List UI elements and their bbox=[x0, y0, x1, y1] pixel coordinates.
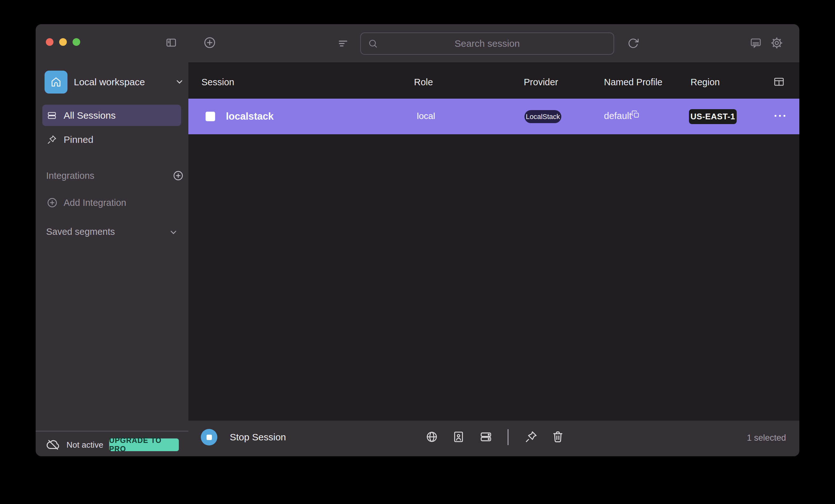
gear-icon[interactable] bbox=[770, 36, 784, 50]
sidebar-item-all-sessions[interactable]: All Sessions bbox=[42, 105, 181, 126]
add-integration-plus-icon[interactable] bbox=[172, 170, 184, 181]
minimize-window-button[interactable] bbox=[59, 38, 67, 46]
session-role: local bbox=[417, 111, 435, 121]
row-more-actions-icon[interactable] bbox=[775, 115, 786, 117]
chevron-down-icon[interactable] bbox=[168, 227, 179, 237]
column-header-session[interactable]: Session bbox=[201, 77, 234, 87]
sidebar-toggle-icon[interactable] bbox=[165, 37, 177, 49]
add-integration-label: Add Integration bbox=[64, 198, 126, 208]
sessions-icon[interactable] bbox=[479, 430, 493, 444]
trash-icon[interactable] bbox=[551, 430, 565, 444]
zoom-window-button[interactable] bbox=[73, 38, 80, 46]
action-bar-divider bbox=[508, 429, 509, 445]
chevron-down-icon[interactable] bbox=[175, 77, 185, 87]
stop-session-label[interactable]: Stop Session bbox=[230, 432, 286, 443]
workspace-home-button[interactable] bbox=[44, 70, 67, 94]
filter-icon[interactable] bbox=[337, 37, 349, 49]
sidebar-item-label: All Sessions bbox=[64, 110, 116, 121]
integrations-header: Integrations bbox=[46, 170, 95, 181]
session-name: localstack bbox=[226, 111, 274, 122]
column-header-provider[interactable]: Provider bbox=[524, 77, 558, 87]
plus-circle-icon bbox=[46, 197, 58, 208]
new-session-button[interactable] bbox=[203, 36, 217, 49]
saved-segments-header[interactable]: Saved segments bbox=[46, 226, 115, 237]
table-row[interactable]: localstack local LocalStack default US-E… bbox=[188, 99, 799, 134]
workspace-label[interactable]: Local workspace bbox=[74, 77, 145, 87]
copy-icon[interactable] bbox=[631, 110, 640, 119]
upgrade-to-pro-badge[interactable]: UPGRADE TO PRO bbox=[109, 439, 179, 451]
cloud-off-icon bbox=[46, 438, 60, 452]
row-checkbox[interactable] bbox=[206, 112, 215, 121]
close-window-button[interactable] bbox=[46, 38, 54, 46]
stop-icon bbox=[206, 435, 212, 440]
search-box bbox=[360, 33, 614, 55]
column-header-named-profile[interactable]: Named Profile bbox=[604, 77, 663, 87]
named-profile-value: default bbox=[604, 111, 632, 121]
contact-card-icon[interactable] bbox=[452, 430, 465, 444]
search-input[interactable] bbox=[361, 33, 613, 54]
home-icon bbox=[49, 76, 62, 88]
feedback-icon[interactable] bbox=[749, 37, 762, 49]
sidebar-item-label: Pinned bbox=[64, 134, 93, 145]
columns-settings-icon[interactable] bbox=[773, 76, 785, 88]
sidebar-footer-divider bbox=[36, 431, 189, 431]
region-badge: US-EAST-1 bbox=[689, 109, 737, 124]
column-header-region[interactable]: Region bbox=[691, 77, 720, 87]
sessions-icon bbox=[47, 110, 57, 121]
app-window: Local workspace All Sessions Pinned Inte… bbox=[36, 24, 799, 456]
selected-count-label: 1 selected bbox=[747, 433, 786, 443]
license-status-label: Not active bbox=[66, 440, 103, 450]
globe-icon[interactable] bbox=[425, 430, 439, 444]
refresh-icon[interactable] bbox=[627, 37, 639, 49]
search-icon bbox=[368, 38, 378, 49]
pin-icon bbox=[46, 134, 57, 145]
stop-session-button[interactable] bbox=[201, 429, 217, 445]
provider-badge: LocalStack bbox=[525, 110, 561, 123]
column-header-role[interactable]: Role bbox=[414, 77, 433, 87]
pin-icon[interactable] bbox=[524, 430, 538, 444]
